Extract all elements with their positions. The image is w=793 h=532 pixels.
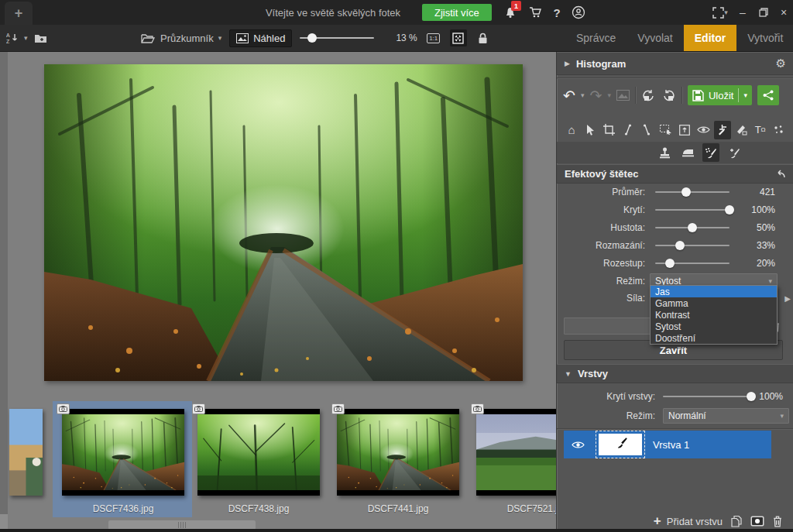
filmstrip-thumb-2[interactable] [197,409,320,496]
dropdown-option-sytost[interactable]: Sytost [651,321,777,332]
close-button[interactable]: × [774,3,793,22]
minimize-button[interactable]: – [733,3,753,22]
slider-rozmazani: Rozmazání: 33% [557,237,793,254]
one-to-one-button[interactable]: 1:1 [425,29,442,46]
slider-track[interactable] [655,227,729,228]
filmstrip-thumb-4[interactable] [476,409,556,496]
effect-brush-tool[interactable] [702,143,719,162]
canvas-workspace[interactable]: DSCF7436.jpg DSCF7438.jpg DSCF7441.jpg D… [0,52,556,532]
camera-icon [192,403,205,414]
restore-button[interactable] [754,3,774,22]
eye-icon[interactable] [572,441,585,449]
strength-label: Síla: [557,293,645,304]
layer-thumbnail[interactable] [599,434,642,455]
rotate-left-button[interactable] [641,89,656,102]
slider-track[interactable] [655,263,729,264]
delete-layer-button[interactable] [772,515,783,527]
compare-image-button[interactable] [616,90,630,101]
select-tool[interactable] [582,121,599,139]
help-button[interactable]: ? [548,5,565,20]
slider-track[interactable] [655,191,729,193]
subtools-row [557,142,793,163]
dropdown-option-doostreni[interactable]: Doostření [651,332,777,344]
explorer-dropdown[interactable]: Průzkumník ▾ [141,33,221,44]
account-button[interactable] [570,5,587,20]
main-photo[interactable] [44,64,523,381]
filmstrip-thumb-partial[interactable] [9,409,43,496]
slider-handle[interactable] [688,223,697,232]
filmstrip-thumb-3[interactable] [337,409,459,496]
fit-to-screen-button[interactable] [450,29,467,46]
rotate-right-button[interactable] [661,89,676,102]
new-folder-button[interactable] [33,29,50,46]
layer-name: Vrstva 1 [653,439,689,451]
zoom-slider[interactable] [300,37,374,39]
effects-tool[interactable] [771,121,788,139]
slider-handle[interactable] [681,187,691,197]
app-window: + Vítejte ve světě skvělých fotek Zjisti… [0,0,793,532]
chevron-right-icon[interactable]: ▶ [784,294,793,303]
selection-tool[interactable] [657,121,675,139]
filmstrip-thumb-1[interactable] [62,409,184,496]
crop-tool[interactable] [601,121,618,139]
slider-label: Průměr: [557,187,645,197]
measure-tool[interactable] [638,121,655,139]
show-tool[interactable] [695,121,712,139]
layer-mask-button[interactable] [750,516,764,527]
save-button[interactable]: Uložit ▾ [688,85,752,105]
fullscreen-button[interactable]: ▾ [707,5,733,20]
share-icon [763,90,774,101]
nav-editor[interactable]: Editor [684,25,736,51]
dropdown-option-kontrast[interactable]: Kontrast [651,309,777,321]
layer-row[interactable]: Vrstva 1 [564,431,771,458]
learn-more-button[interactable]: Zjistit více [422,4,492,21]
redo-button[interactable]: ↷ [589,87,602,105]
chevron-down-icon[interactable]: ▾ [581,91,585,99]
cart-button[interactable] [527,5,544,20]
straighten-tool[interactable] [620,121,637,139]
undo-button[interactable]: ↶ [563,87,575,105]
notification-badge: 1 [511,1,521,11]
slider-value: 50% [729,222,793,233]
clone-stamp-tool[interactable] [656,143,673,162]
brush-tools[interactable] [733,121,750,139]
retouch-tools[interactable] [714,121,731,139]
layer-opacity-row: Krytí vrstvy: 100% [557,388,793,405]
share-button[interactable] [757,85,779,105]
histogram-header[interactable]: ▶ Histogram ⚙ [557,52,793,75]
svg-text:Z: Z [6,39,10,44]
slider-handle[interactable] [675,241,685,250]
duplicate-layer-button[interactable] [730,515,743,527]
home-tool[interactable]: ⌂ [563,121,580,139]
chevron-down-icon[interactable]: ▾ [743,91,747,99]
slider-handle[interactable] [725,205,734,215]
preview-button[interactable]: Náhled [229,29,292,47]
notifications-button[interactable]: 1 [502,5,519,20]
slider-track[interactable] [663,396,754,397]
action-bar: ↶ ▾ ↷ ▾ Uložit ▾ [557,80,793,111]
lock-zoom-button[interactable] [475,29,492,46]
nav-vytvorit[interactable]: Vytvořit [736,25,793,51]
slider-track[interactable] [655,209,729,211]
paint-brush-tool[interactable] [726,143,743,162]
text-tool[interactable]: TΩ [752,121,769,139]
slider-handle[interactable] [665,259,675,268]
add-layer-button[interactable]: + Přidat vrstvu [654,513,723,529]
place-frame-tool[interactable] [676,121,693,139]
zoom-slider-handle[interactable] [307,33,317,43]
slider-hustota: Hustota: 50% [557,219,793,236]
gear-icon[interactable]: ⚙ [776,57,786,70]
slider-label: Krytí: [557,204,645,215]
nav-vyvolat[interactable]: Vyvolat [627,25,683,51]
chevron-down-icon: ▼ [565,370,572,378]
dropdown-option-jas[interactable]: Jas [651,286,777,297]
slider-track[interactable] [655,245,729,246]
smoothing-tool[interactable] [679,143,696,162]
new-tab-button[interactable]: + [5,2,33,25]
nav-spravce[interactable]: Správce [565,25,627,51]
sort-button[interactable]: AZ ▾ [6,32,28,44]
reset-icon[interactable] [775,170,786,179]
dropdown-option-gamma[interactable]: Gamma [651,297,777,309]
layer-mode-select[interactable]: Normální ▾ [663,408,789,424]
layers-header[interactable]: ▼ Vrstvy [557,364,793,383]
